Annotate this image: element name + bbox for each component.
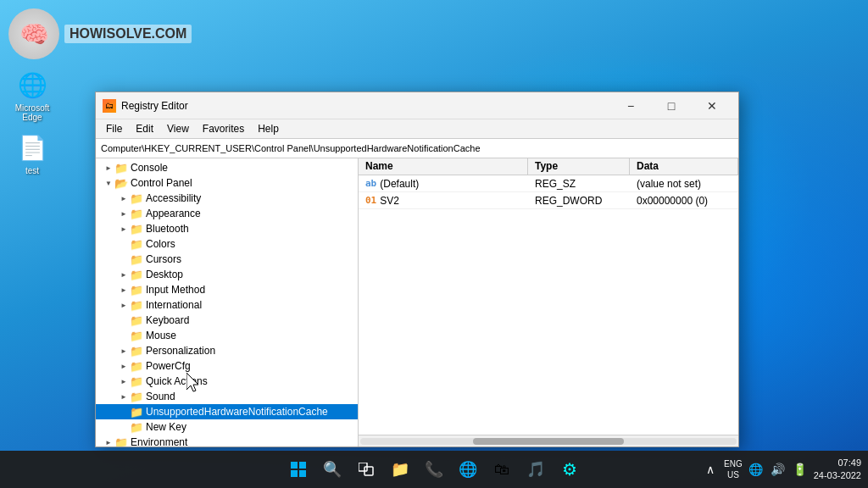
phone-button[interactable]: 📞 (419, 454, 449, 485)
registry-editor-window: 🗂 Registry Editor − □ ✕ File Edit View F… (95, 92, 739, 447)
window-title: Registry Editor (121, 100, 611, 112)
tree-label-environment: Environment (131, 436, 187, 446)
tree-label-sound: Sound (146, 391, 175, 402)
content-area: ► 📁 Console ▼ 📂 Control Panel ► 📁 Access… (96, 158, 738, 446)
details-rows: ab (Default) REG_SZ (value not set) 01 S… (359, 175, 738, 435)
desktop-icon-test[interactable]: 📄 test (7, 130, 58, 175)
tree-item-international[interactable]: ► 📁 International (96, 297, 358, 313)
tree-item-accessibility[interactable]: ► 📁 Accessibility (96, 191, 358, 206)
col-data: Data (630, 158, 738, 175)
test-label: test (25, 166, 39, 175)
date-display: 24-03-2022 (814, 469, 861, 482)
folder-icon-keyboard: 📁 (130, 313, 143, 327)
tree-item-desktop[interactable]: ► 📁 Desktop (96, 267, 358, 282)
tree-item-colors[interactable]: ▶ 📁 Colors (96, 236, 358, 252)
search-button[interactable]: 🔍 (317, 454, 348, 485)
cell-name-sv2: 01 SV2 (359, 193, 528, 208)
watermark: 🧠 HOWISOLVE.COM (8, 8, 192, 59)
tree-item-keyboard[interactable]: ▶ 📁 Keyboard (96, 313, 358, 328)
battery-tray-icon[interactable]: 🔋 (792, 461, 809, 478)
scrollbar-thumb (473, 438, 624, 445)
window-controls: − □ ✕ (611, 94, 732, 118)
menu-edit[interactable]: Edit (129, 121, 160, 136)
start-button[interactable] (283, 454, 314, 485)
desktop-icon-edge[interactable]: 🌐 Microsoft Edge (7, 68, 58, 122)
network-tray-icon[interactable]: 🌐 (748, 461, 765, 478)
taskbar-right: ∧ ENGUS 🌐 🔊 🔋 07:49 24-03-2022 (702, 457, 861, 483)
address-text: Computer\HKEY_CURRENT_USER\Control Panel… (101, 143, 481, 153)
details-row-default[interactable]: ab (Default) REG_SZ (value not set) (359, 175, 738, 192)
folder-icon-accessibility: 📁 (130, 191, 143, 205)
details-panel: Name Type Data ab (Default) REG_SZ (valu… (359, 158, 738, 446)
tree-item-cursors[interactable]: ▶ 📁 Cursors (96, 252, 358, 267)
details-scrollbar[interactable] (359, 435, 738, 446)
folder-icon-colors: 📁 (130, 237, 143, 251)
tree-label-colors: Colors (146, 238, 175, 250)
expand-arrow-personalization: ► (118, 343, 130, 358)
menu-file[interactable]: File (99, 121, 129, 136)
tree-item-controlpanel[interactable]: ▼ 📂 Control Panel (96, 175, 358, 191)
tree-item-powercfg[interactable]: ► 📁 PowerCfg (96, 358, 358, 374)
reg-icon-default: ab (365, 178, 376, 189)
cell-type-default: REG_SZ (528, 176, 630, 191)
address-bar[interactable]: Computer\HKEY_CURRENT_USER\Control Panel… (96, 138, 738, 158)
store-button[interactable]: 🛍 (487, 454, 517, 485)
expand-arrow-environment: ► (103, 435, 114, 446)
folder-icon-unsupported: 📁 (130, 405, 143, 419)
language-indicator[interactable]: ENGUS (724, 458, 743, 480)
taskview-button[interactable] (351, 454, 381, 485)
tree-item-bluetooth[interactable]: ► 📁 Bluetooth (96, 221, 358, 236)
tree-item-environment[interactable]: ► 📁 Environment (96, 435, 358, 446)
tree-label-newkey: New Key (146, 421, 186, 433)
tree-item-sound[interactable]: ► 📁 Sound (96, 389, 358, 404)
media-button[interactable]: 🎵 (520, 454, 551, 485)
tree-item-appearance[interactable]: ► 📁 Appearance (96, 206, 358, 221)
tree-label-international: International (146, 299, 202, 311)
taskbar-time[interactable]: 07:49 24-03-2022 (814, 457, 861, 483)
folder-icon-inputmethod: 📁 (130, 283, 143, 297)
close-button[interactable]: ✕ (693, 94, 732, 118)
tree-label-unsupported: UnsupportedHardwareNotificationCache (146, 406, 328, 418)
tree-item-personalization[interactable]: ► 📁 Personalization (96, 343, 358, 358)
taskbar: 🔍 📁 📞 🌐 🛍 🎵 ⚙ ∧ ENGUS 🌐 🔊 🔋 07:49 24-03-… (0, 451, 868, 488)
svg-rect-1 (291, 462, 298, 469)
tree-item-mouse[interactable]: ▶ 📁 Mouse (96, 328, 358, 343)
tree-item-inputmethod[interactable]: ► 📁 Input Method (96, 282, 358, 297)
menu-help[interactable]: Help (251, 121, 286, 136)
maximize-button[interactable]: □ (652, 94, 691, 118)
settings-button[interactable]: ⚙ (554, 454, 585, 485)
expand-arrow-desktop: ► (118, 267, 130, 282)
edge-icon: 🌐 (15, 68, 49, 102)
svg-rect-2 (299, 462, 306, 469)
col-type: Type (528, 158, 630, 175)
details-header: Name Type Data (359, 158, 738, 175)
tree-label-desktop: Desktop (146, 269, 183, 280)
tree-item-unsupported[interactable]: ▶ 📁 UnsupportedHardwareNotificationCache (96, 404, 358, 419)
tree-label-controlpanel: Control Panel (131, 177, 192, 189)
svg-rect-4 (299, 470, 306, 477)
edge-label: Microsoft Edge (7, 103, 58, 122)
tray-chevron[interactable]: ∧ (702, 461, 719, 478)
tree-item-quickactions[interactable]: ► 📁 Quick Actions (96, 374, 358, 389)
expand-arrow-quickactions: ► (118, 374, 130, 389)
menu-view[interactable]: View (160, 121, 196, 136)
tree-item-console[interactable]: ► 📁 Console (96, 160, 358, 175)
expand-arrow-powercfg: ► (118, 358, 130, 374)
folder-icon-console: 📁 (114, 161, 128, 175)
watermark-logo: 🧠 (8, 8, 59, 59)
scrollbar-track (360, 438, 737, 445)
details-row-sv2[interactable]: 01 SV2 REG_DWORD 0x00000000 (0) (359, 192, 738, 209)
test-icon: 📄 (15, 130, 49, 164)
reg-icon-sv2: 01 (365, 195, 376, 206)
menu-favorites[interactable]: Favorites (196, 121, 251, 136)
tree-label-quickactions: Quick Actions (146, 375, 208, 387)
folder-icon-cursors: 📁 (130, 252, 143, 266)
cell-type-sv2: REG_DWORD (528, 193, 630, 208)
svg-rect-3 (291, 470, 298, 477)
explorer-button[interactable]: 📁 (385, 454, 415, 485)
minimize-button[interactable]: − (611, 94, 650, 118)
volume-tray-icon[interactable]: 🔊 (770, 461, 787, 478)
tree-item-newkey[interactable]: ▶ 📁 New Key (96, 419, 358, 435)
edge-taskbar-button[interactable]: 🌐 (453, 454, 483, 485)
tree-label-personalization: Personalization (146, 345, 215, 357)
